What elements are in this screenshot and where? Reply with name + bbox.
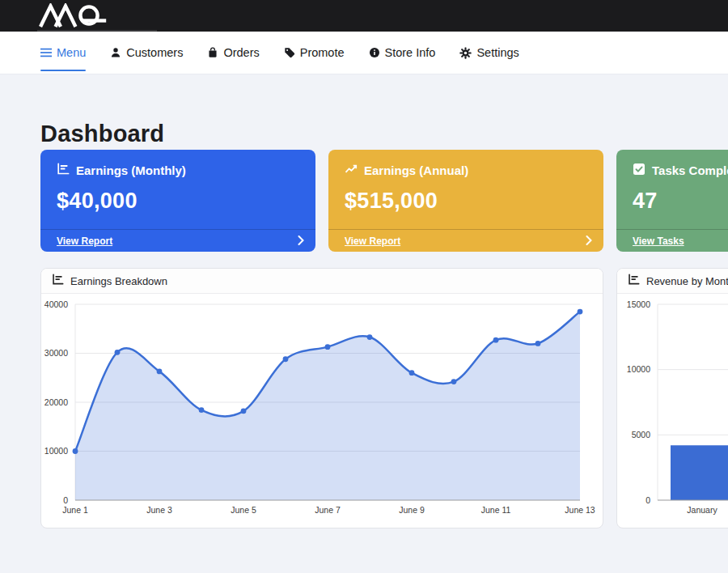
nav-item-settings[interactable]: Settings: [459, 32, 518, 74]
bar-chart-icon: [57, 163, 70, 178]
svg-text:10000: 10000: [44, 446, 68, 456]
svg-text:5000: 5000: [632, 430, 651, 439]
nav-item-menu[interactable]: Menu: [40, 32, 86, 74]
nav-label: Menu: [57, 46, 86, 59]
bar-chart-icon: [52, 274, 64, 288]
data-point: [325, 344, 331, 350]
data-point: [367, 334, 373, 340]
data-point: [283, 356, 289, 362]
nav-label: Orders: [223, 46, 259, 59]
svg-text:0: 0: [645, 495, 650, 505]
chevron-right-icon: [586, 234, 592, 248]
chart-card-title: Earnings Breakdown: [70, 275, 167, 287]
data-point: [409, 370, 415, 376]
svg-text:June 11: June 11: [481, 505, 511, 515]
gear-icon: [459, 47, 472, 59]
svg-text:June 7: June 7: [315, 505, 341, 515]
nav-label: Promote: [300, 46, 345, 59]
svg-text:20000: 20000: [44, 397, 68, 407]
top-app-bar: [0, 0, 728, 32]
stat-card-value: $515,000: [345, 189, 587, 214]
stat-cards-row: Earnings (Monthly) $40,000 View Report E…: [40, 150, 728, 252]
svg-text:June 5: June 5: [231, 505, 256, 515]
bag-icon: [207, 47, 218, 58]
page-title: Dashboard: [40, 119, 728, 148]
data-point: [451, 379, 457, 384]
earnings-breakdown-line-chart: 010000200003000040000June 1June 3June 5J…: [41, 294, 603, 528]
main-navbar: Menu Customers Orders Promote: [0, 32, 728, 74]
charts-row: Earnings Breakdown 010000200003000040000…: [40, 268, 728, 528]
chart-card-title: Revenue by Month: [646, 275, 728, 287]
chart-card-header: Revenue by Month: [617, 269, 728, 294]
nav-item-store-info[interactable]: Store Info: [369, 32, 436, 74]
chart-card-header: Earnings Breakdown: [41, 269, 603, 294]
nav-item-promote[interactable]: Promote: [284, 32, 345, 74]
hamburger-icon: [40, 48, 52, 57]
nav-label: Customers: [126, 46, 183, 59]
data-point: [535, 341, 541, 346]
nav-item-orders[interactable]: Orders: [207, 32, 259, 74]
svg-text:0: 0: [63, 495, 68, 505]
svg-text:June 1: June 1: [62, 505, 88, 515]
revenue-by-month-bar-chart: 050001000015000January: [617, 294, 728, 528]
svg-text:15000: 15000: [627, 299, 650, 309]
view-report-link[interactable]: View Report: [328, 229, 603, 252]
y-grid: [658, 304, 728, 435]
svg-text:10000: 10000: [627, 364, 650, 374]
revenue-by-month-card: Revenue by Month 050001000015000January: [616, 268, 728, 528]
data-point: [578, 309, 583, 315]
info-icon: [369, 47, 380, 58]
data-point: [115, 350, 121, 355]
data-point: [493, 337, 499, 343]
bar: [671, 445, 728, 500]
svg-text:June 3: June 3: [146, 505, 172, 515]
stat-card-earnings-annual: Earnings (Annual) $515,000 View Report: [328, 150, 603, 252]
data-point: [199, 407, 205, 413]
earnings-breakdown-card: Earnings Breakdown 010000200003000040000…: [40, 268, 603, 528]
nav-item-customers[interactable]: Customers: [110, 32, 183, 74]
data-point: [241, 408, 247, 414]
view-tasks-link[interactable]: View Tasks: [616, 229, 728, 252]
nav-label: Settings: [476, 46, 518, 59]
stat-card-title: Earnings (Monthly): [76, 163, 186, 177]
data-point: [157, 368, 163, 374]
tag-icon: [284, 47, 295, 58]
area-fill: [75, 312, 580, 500]
nav-label: Store Info: [385, 46, 436, 59]
svg-text:30000: 30000: [44, 348, 68, 358]
stat-card-value: 47: [633, 189, 728, 214]
view-report-link[interactable]: View Report: [40, 229, 315, 252]
mq-logo[interactable]: [39, 3, 107, 28]
check-square-icon: [633, 163, 645, 178]
chevron-right-icon: [298, 234, 304, 248]
bar-chart-icon: [628, 274, 640, 288]
stat-card-value: $40,000: [57, 189, 299, 214]
main-content: Dashboard Earnings (Monthly) $40,000 Vie…: [0, 119, 728, 528]
stat-card-tasks-completed: Tasks Completed 47 View Tasks: [616, 150, 728, 252]
stat-card-title: Tasks Completed: [652, 163, 728, 177]
stat-card-title: Earnings (Annual): [364, 163, 468, 177]
data-point: [73, 448, 78, 454]
stat-card-earnings-monthly: Earnings (Monthly) $40,000 View Report: [40, 150, 315, 252]
svg-text:June 13: June 13: [565, 505, 595, 515]
person-icon: [110, 47, 121, 58]
svg-text:40000: 40000: [44, 299, 68, 309]
svg-text:June 9: June 9: [399, 505, 425, 515]
svg-text:January: January: [687, 505, 717, 515]
line-chart-icon: [345, 163, 358, 178]
